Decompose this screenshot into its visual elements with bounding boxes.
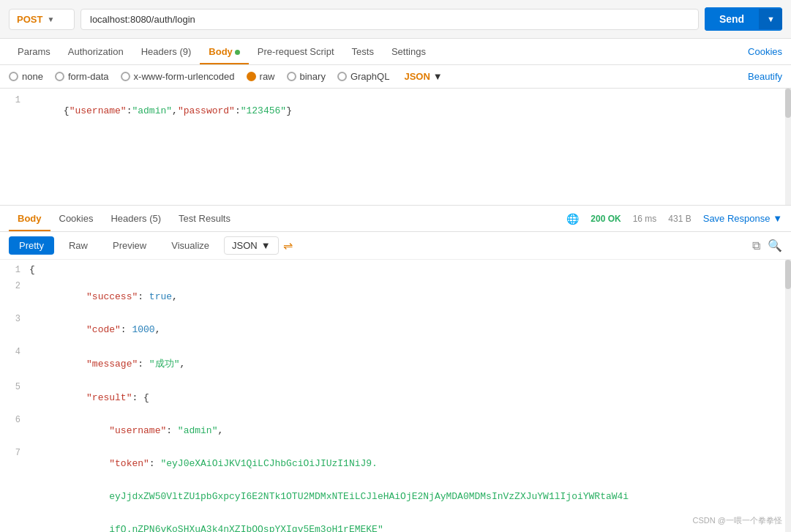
radio-graphql-icon [337,72,347,81]
resp-line-2: 2 "success": true, [0,280,791,313]
json-type-select[interactable]: JSON ▼ [404,71,442,82]
line-num-1: 1 [0,265,29,275]
line-num-3: 3 [0,314,29,324]
url-text: localhost:8080/auth/login [90,14,195,25]
format-preview-button[interactable]: Preview [102,236,157,255]
line-content-7a: eyJjdxZW50VltZU1pbGxpcyI6E2NTk1OTU2MDMxN… [29,480,629,513]
tab-headers[interactable]: Headers (9) [132,39,200,64]
line-num-6: 6 [0,415,29,425]
req-scrollbar-thumb [785,89,791,118]
tab-pre-request[interactable]: Pre-request Script [249,39,343,64]
option-urlencoded[interactable]: x-www-form-urlencoded [121,71,235,82]
tab-body[interactable]: Body [200,39,249,64]
tab-authorization[interactable]: Authorization [59,39,132,64]
resp-tab-test-results[interactable]: Test Results [170,206,239,231]
resp-line-7b: ifQ.nZPN6vKoSHXuA3k4nXZIbOQspYXIgv5Em3oH… [0,513,791,532]
line-content-7b: ifQ.nZPN6vKoSHXuA3k4nXZIbOQspYXIgv5Em3oH… [29,513,383,532]
line-content-1: { [29,264,35,275]
save-response-chevron-icon: ▼ [773,213,782,224]
line-num-5: 5 [0,382,29,392]
response-tabs: Body Cookies Headers (5) Test Results 🌐 … [0,206,791,232]
line-content-7: "token": "eyJ0eXAiOiJKV1QiLCJhbGciOiJIUz… [29,447,378,480]
watermark: CSDN @一喂一个拳拳怪 [693,515,782,526]
response-time: 16 ms [633,214,657,224]
send-dropdown-button[interactable]: ▼ [759,9,782,29]
method-chevron-icon: ▼ [47,15,54,23]
line-content-3: "code": 1000, [29,313,160,346]
resp-scrollbar-thumb [785,260,791,289]
request-body-editor[interactable]: 1 {"username":"admin","password":"123456… [0,89,791,206]
format-raw-button[interactable]: Raw [59,236,98,255]
option-graphql[interactable]: GraphQL [337,71,389,82]
method-select[interactable]: POST ▼ [9,9,75,30]
method-value: POST [17,14,42,25]
resp-line-1: 1 { [0,264,791,280]
beautify-button[interactable]: Beautify [748,71,782,82]
tab-settings[interactable]: Settings [383,39,435,64]
format-pretty-button[interactable]: Pretty [9,236,54,255]
response-format-bar: Pretty Raw Preview Visualize JSON ▼ ⇌ ⧉ … [0,232,791,260]
radio-none-icon [9,72,18,81]
line-num-2: 2 [0,281,29,291]
line-content-4: "message": "成功", [29,346,185,381]
tab-tests[interactable]: Tests [343,39,383,64]
option-form-data[interactable]: form-data [55,71,109,82]
search-icon[interactable]: 🔍 [768,239,782,252]
option-none[interactable]: none [9,71,43,82]
line-content-6: "username": "admin", [29,414,223,447]
resp-line-6: 6 "username": "admin", [0,414,791,447]
top-bar: POST ▼ localhost:8080/auth/login Send ▼ [0,0,791,39]
wrap-text-icon[interactable]: ⇌ [283,239,293,252]
req-line-content-1: {"username":"admin","password":"123456"} [29,94,292,127]
resp-line-7a: eyJjdxZW50VltZU1pbGxpcyI6E2NTk1OTU2MDMxN… [0,480,791,513]
option-raw[interactable]: raw [247,71,275,82]
send-button[interactable]: Send [705,7,759,31]
resp-tab-body[interactable]: Body [9,206,50,231]
status-code: 200 OK [591,214,621,224]
format-visualize-button[interactable]: Visualize [161,236,220,255]
response-format-select[interactable]: JSON ▼ [224,236,279,255]
copy-icon[interactable]: ⧉ [752,239,760,252]
response-status: 🌐 200 OK 16 ms 431 B Save Response ▼ [566,213,782,225]
req-scrollbar[interactable] [785,89,791,205]
radio-form-data-icon [55,72,64,81]
radio-urlencoded-icon [121,72,130,81]
req-line-num-1: 1 [0,95,29,105]
body-options: none form-data x-www-form-urlencoded raw… [0,65,791,89]
resp-line-3: 3 "code": 1000, [0,313,791,346]
format-select-chevron-icon: ▼ [261,240,271,251]
request-tabs: Params Authorization Headers (9) Body Pr… [0,39,791,65]
response-body[interactable]: 1 { 2 "success": true, 3 "code": 1000, 4… [0,260,791,532]
line-content-2: "success": true, [29,280,178,313]
resp-tab-cookies[interactable]: Cookies [50,206,102,231]
save-response-button[interactable]: Save Response ▼ [703,213,782,224]
req-code-line-1: 1 {"username":"admin","password":"123456… [0,94,791,127]
tab-params[interactable]: Params [9,39,59,64]
radio-binary-icon [287,72,296,81]
resp-line-7: 7 "token": "eyJ0eXAiOiJKV1QiLCJhbGciOiJI… [0,447,791,480]
send-btn-group: Send ▼ [705,7,782,31]
line-content-5: "result": { [29,381,149,414]
url-bar[interactable]: localhost:8080/auth/login [80,9,699,30]
resp-tab-headers[interactable]: Headers (5) [102,206,170,231]
resp-line-4: 4 "message": "成功", [0,346,791,381]
json-chevron-icon: ▼ [433,71,443,82]
line-num-7: 7 [0,448,29,458]
globe-icon: 🌐 [566,213,579,225]
cookies-button[interactable]: Cookies [748,46,782,57]
option-binary[interactable]: binary [287,71,326,82]
response-tools: ⧉ 🔍 [752,239,782,252]
line-num-4: 4 [0,347,29,357]
radio-raw-icon [247,72,256,81]
response-size: 431 B [668,214,691,224]
resp-line-5: 5 "result": { [0,381,791,414]
resp-scrollbar[interactable] [785,260,791,532]
body-dot-icon [235,50,240,55]
